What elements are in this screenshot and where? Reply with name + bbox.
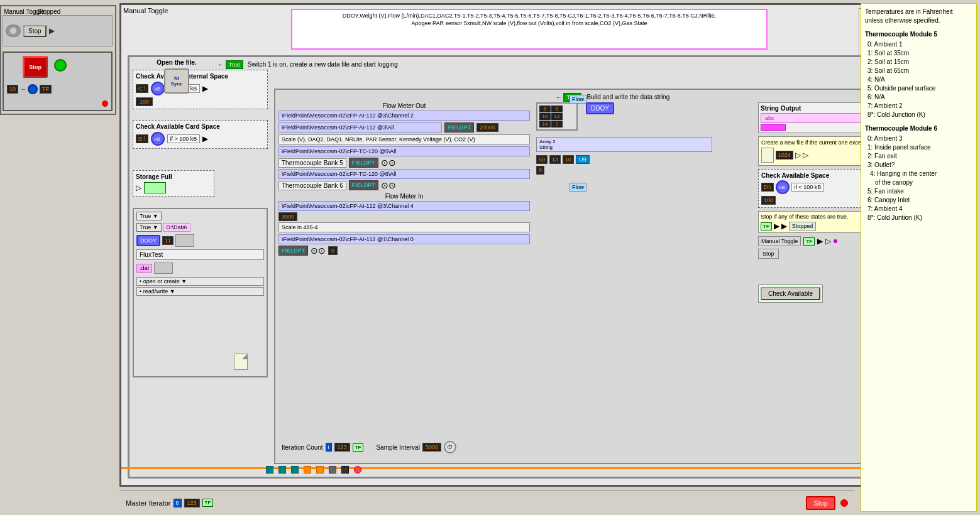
sample-val: 5000 bbox=[422, 443, 441, 452]
dat-row: .dat bbox=[136, 263, 264, 274]
check-available-button-area: Check Available bbox=[758, 285, 823, 303]
grid-10: 10 bbox=[539, 113, 551, 120]
numeric-row: 50 13 10 U9 bbox=[536, 155, 712, 164]
manual-toggle-main-label: Manual Toggle bbox=[123, 7, 168, 14]
arrow-5: ▶ bbox=[817, 237, 823, 246]
fp-path-3: \FieldPoint\Mesocosm-02\cFP-TC-120 @5\Al… bbox=[278, 146, 530, 156]
fieldpt-block-1: FIELDPT bbox=[444, 122, 474, 133]
ni-sync-icon: NISync bbox=[164, 68, 189, 94]
read-write-btn[interactable]: • read/write ▼ bbox=[136, 287, 264, 296]
left-panel: Check Available Internal Space C:\ kB if… bbox=[133, 63, 271, 470]
terminal-7 bbox=[341, 466, 349, 474]
manual-toggle-label: Manual Toggle bbox=[4, 8, 45, 15]
string-bar bbox=[761, 124, 786, 131]
zero-val-row: 0 bbox=[536, 166, 712, 175]
true-dropdown[interactable]: True ▼ bbox=[136, 212, 162, 220]
val-100-2: 100 bbox=[761, 196, 776, 205]
fp6-row: FIELDPT ⊙⊙ 0 bbox=[278, 246, 530, 256]
grid-empty2 bbox=[563, 113, 575, 120]
dat-display: .dat bbox=[136, 264, 152, 273]
flow-meter-in-label: Flow Meter In bbox=[278, 193, 530, 200]
top-left-controls: Stopped Manual Toggle Stop ▶ Stop 10 → T… bbox=[0, 5, 116, 115]
master-tf: TF bbox=[202, 499, 214, 507]
arrow-6: ▷ bbox=[825, 237, 831, 246]
flow-out-label: Flow bbox=[570, 95, 586, 104]
fieldpt-block-4: FIELDPT bbox=[278, 246, 308, 256]
flow-val-row: \FieldPoint\Mesocosm-02\cFP-AI-112 @3\Al… bbox=[278, 122, 530, 133]
arrow-stop: ▶ bbox=[774, 222, 779, 230]
bottom-controls: Iteration Count i 123 TF Sample Interval… bbox=[282, 441, 456, 453]
iteration-count-area: Iteration Count i 123 TF bbox=[282, 443, 363, 452]
fp-path-1: \FieldPoint\Mesocosm-02\cFP-AI-112 @3\Ch… bbox=[278, 111, 530, 121]
run-led bbox=[54, 59, 67, 72]
flow-in-blocks: Flow bbox=[570, 183, 586, 192]
i-indicator: i bbox=[326, 443, 332, 452]
val-50: 50 bbox=[536, 155, 548, 164]
stop-button-1[interactable]: Stop bbox=[23, 25, 47, 37]
true-dropdown-2[interactable]: True ▼ bbox=[136, 223, 162, 232]
if-lt-100kb: if < 100 kB bbox=[791, 183, 825, 192]
error-led bbox=[102, 100, 108, 107]
arrow-icon-4: ▷ bbox=[803, 151, 808, 160]
check-card-controls: D:\ kB if > 100 kB ▶ bbox=[136, 132, 265, 146]
center-blocks: 6 8 10 12 14 7 DDOY bbox=[536, 102, 712, 175]
u9-block: U9 bbox=[576, 155, 590, 164]
bottom-stop-button[interactable]: Stop bbox=[806, 496, 835, 510]
temps-intro: Temperatures are in Fahrenheit unless ot… bbox=[865, 8, 972, 25]
sub-loop-box: True ▼ True ▼ D:\Data\ DDOY 11 bbox=[133, 208, 268, 377]
toggle-switch[interactable] bbox=[6, 24, 21, 37]
fp-path-2: \FieldPoint\Mesocosm-02\cFP-AI-112 @3\Al… bbox=[278, 122, 442, 133]
iter-val: 123 bbox=[334, 443, 350, 452]
flow-blocks: Flow bbox=[570, 95, 586, 104]
main-diagram: Manual Toggle DDOY,Weight (V),Flow (L/mi… bbox=[119, 3, 977, 487]
check-available-button[interactable]: Check Available bbox=[761, 287, 820, 300]
file-icon bbox=[234, 354, 248, 370]
terminal-5 bbox=[316, 466, 324, 474]
grid-6: 6 bbox=[539, 106, 551, 112]
grid-12: 12 bbox=[551, 113, 563, 120]
kb-button-2[interactable]: kB bbox=[151, 132, 165, 146]
flow-meter-out-section: Flow Meter Out \FieldPoint\Mesocosm-02\c… bbox=[278, 102, 530, 256]
grid-7: 7 bbox=[551, 121, 563, 127]
open-file-area: Open the file. NISync bbox=[133, 59, 221, 96]
bottom-error-led bbox=[840, 499, 848, 507]
bottom-terminals bbox=[266, 466, 361, 474]
ddoy-block: DDOY bbox=[136, 235, 160, 246]
val-3000: 3000 bbox=[278, 212, 297, 221]
fluxtest-display: FluxTest bbox=[136, 249, 264, 260]
fluxtest-row: DDOY 11 bbox=[136, 234, 264, 247]
val-100-display: 100 bbox=[136, 97, 153, 106]
tf-iter: TF bbox=[353, 443, 364, 452]
iteration-label: Iteration Count bbox=[282, 444, 323, 451]
kb-button-3[interactable]: kB bbox=[776, 180, 790, 194]
thermo5-label: Thermocouple Bank 5 bbox=[278, 158, 346, 168]
fp-path-4: \FieldPoint\Mesocosm-02\cFP-TC-120 @6\Al… bbox=[278, 169, 530, 179]
data-path-display: D:\Data\ bbox=[163, 223, 190, 232]
if-100kb-card-label: if > 100 kB bbox=[167, 134, 201, 143]
grid-14: 14 bbox=[539, 121, 551, 127]
check-card-box: Check Available Card Space D:\ kB if > 1… bbox=[133, 120, 268, 149]
grid-empty3 bbox=[563, 121, 575, 127]
fp-path-5: \FieldPoint\Mesocosm-02\cFP-AI-112 @3\Ch… bbox=[278, 201, 530, 211]
open-create-btn[interactable]: • open or create ▼ bbox=[136, 277, 264, 286]
flow-val: 20000 bbox=[476, 123, 498, 132]
thermo6-row: Thermocouple Bank 6 FIELDPT ⊙⊙ bbox=[278, 180, 530, 190]
thermo5-row: Thermocouple Bank 5 FIELDPT ⊙⊙ bbox=[278, 158, 530, 168]
manual-toggle-area: Stop ▶ bbox=[3, 15, 113, 46]
link-icon-2: ⊙⊙ bbox=[381, 180, 396, 190]
ddoy-label: DDOY bbox=[586, 102, 614, 114]
thermo6-label: Thermocouple Bank 6 bbox=[278, 181, 346, 190]
stop-button-2[interactable]: Stop bbox=[23, 56, 48, 78]
val-zero: 0 bbox=[328, 246, 338, 255]
val-11: 11 bbox=[162, 236, 173, 245]
inner-stop-btn[interactable]: Stop bbox=[758, 249, 779, 259]
compare-icon: ▷ bbox=[795, 151, 801, 160]
master-iterator-area: Master Iterator 6 123 TF bbox=[126, 499, 213, 507]
terminal-2 bbox=[278, 466, 286, 474]
fieldpt-block-3: FIELDPT bbox=[349, 180, 378, 190]
grid-empty bbox=[563, 106, 575, 112]
bottom-bar: Master Iterator 6 123 TF Stop bbox=[119, 490, 854, 515]
scale-485-box: Scale in 485-4 bbox=[278, 222, 530, 232]
build-block bbox=[175, 234, 194, 247]
check-card-label: Check Available Card Space bbox=[136, 123, 265, 130]
